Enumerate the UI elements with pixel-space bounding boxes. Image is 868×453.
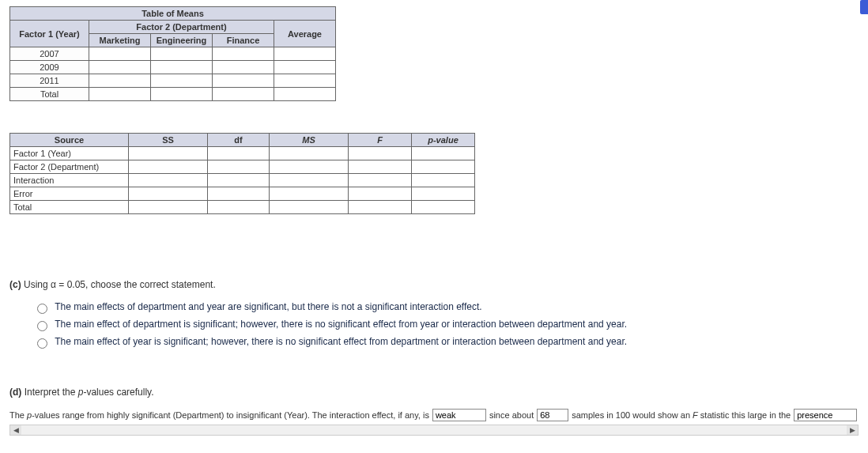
cell-input[interactable] bbox=[89, 47, 151, 61]
cell-input[interactable] bbox=[349, 160, 412, 174]
col-factor2: Factor 2 (Department) bbox=[89, 21, 274, 34]
cell-input[interactable] bbox=[349, 147, 412, 160]
cell-input[interactable] bbox=[213, 47, 274, 61]
col-ms: MS bbox=[270, 134, 349, 147]
table-row: Total bbox=[10, 201, 475, 214]
row-label: Factor 2 (Department) bbox=[10, 160, 129, 174]
table-row: 2007 bbox=[10, 47, 336, 61]
part-c-options: The main effects of department and year … bbox=[33, 301, 681, 349]
table-row: 2009 bbox=[10, 61, 336, 74]
cell-input[interactable] bbox=[129, 187, 208, 201]
table-row: Error bbox=[10, 187, 475, 201]
cell-input[interactable] bbox=[270, 160, 349, 174]
cell-input[interactable] bbox=[412, 147, 475, 160]
option-text: The main effect of year is significant; … bbox=[55, 336, 627, 347]
part-d-sentence: The p-values range from highly significa… bbox=[9, 409, 859, 421]
part-c-label: (c) bbox=[9, 279, 21, 290]
cell-input[interactable] bbox=[270, 147, 349, 160]
cell-input[interactable] bbox=[208, 160, 270, 174]
table-row: Interaction bbox=[10, 174, 475, 187]
cell-input[interactable] bbox=[89, 74, 151, 88]
cell-input[interactable] bbox=[412, 160, 475, 174]
cell-input[interactable] bbox=[270, 187, 349, 201]
row-label: 2009 bbox=[10, 61, 89, 74]
table-means-title: Table of Means bbox=[10, 7, 336, 21]
col-engineering: Engineering bbox=[151, 34, 213, 47]
option-row: The main effect of year is significant; … bbox=[33, 336, 681, 349]
col-factor1: Factor 1 (Year) bbox=[10, 21, 89, 47]
cell-blank bbox=[349, 201, 412, 214]
sentence-seg2: since about bbox=[489, 410, 534, 420]
col-source: Source bbox=[10, 134, 129, 147]
table-row: Factor 2 (Department) bbox=[10, 160, 475, 174]
col-average: Average bbox=[274, 21, 336, 47]
cell-input[interactable] bbox=[274, 74, 336, 88]
anova-table: Source SS df MS F p-value Factor 1 (Year… bbox=[9, 133, 475, 214]
cell-input[interactable] bbox=[208, 174, 270, 187]
col-pvalue: p-value bbox=[412, 134, 475, 147]
table-row: Factor 1 (Year) bbox=[10, 147, 475, 160]
cell-input[interactable] bbox=[208, 187, 270, 201]
sentence-seg3: samples in 100 would show an F statistic… bbox=[572, 410, 791, 420]
col-marketing: Marketing bbox=[89, 34, 151, 47]
row-label: Interaction bbox=[10, 174, 129, 187]
cell-input[interactable] bbox=[270, 174, 349, 187]
cell-input[interactable] bbox=[151, 74, 213, 88]
table-row: Total bbox=[10, 88, 336, 101]
cell-input[interactable] bbox=[349, 174, 412, 187]
scroll-left-icon[interactable]: ◀ bbox=[10, 425, 21, 435]
table-of-means: Table of Means Factor 1 (Year) Factor 2 … bbox=[9, 6, 336, 101]
scroll-right-icon[interactable]: ▶ bbox=[847, 425, 858, 435]
cell-input[interactable] bbox=[213, 74, 274, 88]
fill-blank-3[interactable] bbox=[794, 409, 857, 421]
option-text: The main effects of department and year … bbox=[55, 301, 482, 312]
horizontal-scrollbar[interactable]: ◀ ▶ bbox=[9, 425, 859, 436]
part-c-prompt: (c) Using α = 0.05, choose the correct s… bbox=[9, 279, 859, 290]
cell-input[interactable] bbox=[89, 88, 151, 101]
fill-blank-1[interactable] bbox=[432, 409, 486, 421]
table-row: 2011 bbox=[10, 74, 336, 88]
sentence-seg1: The p-values range from highly significa… bbox=[9, 410, 429, 420]
cell-blank bbox=[412, 187, 475, 201]
cell-input[interactable] bbox=[412, 174, 475, 187]
cell-blank bbox=[208, 201, 270, 214]
option-row: The main effects of department and year … bbox=[33, 301, 681, 314]
part-d-text: Interpret the p-values carefully. bbox=[25, 387, 154, 398]
option-radio-2[interactable] bbox=[37, 321, 47, 331]
right-edge-tab[interactable] bbox=[860, 0, 868, 14]
cell-input[interactable] bbox=[213, 61, 274, 74]
row-label: Total bbox=[10, 88, 89, 101]
cell-input[interactable] bbox=[129, 147, 208, 160]
col-f: F bbox=[349, 134, 412, 147]
cell-input[interactable] bbox=[129, 174, 208, 187]
cell-input[interactable] bbox=[129, 201, 208, 214]
cell-input[interactable] bbox=[151, 47, 213, 61]
row-label: 2007 bbox=[10, 47, 89, 61]
row-label: Error bbox=[10, 187, 129, 201]
option-radio-3[interactable] bbox=[37, 338, 47, 349]
part-d-label: (d) bbox=[9, 387, 21, 398]
part-c-text: Using α = 0.05, choose the correct state… bbox=[24, 279, 216, 290]
cell-blank bbox=[270, 201, 349, 214]
cell-input[interactable] bbox=[151, 88, 213, 101]
col-finance: Finance bbox=[213, 34, 274, 47]
cell-input[interactable] bbox=[208, 147, 270, 160]
option-radio-1[interactable] bbox=[37, 304, 47, 314]
cell-input[interactable] bbox=[274, 61, 336, 74]
cell-input[interactable] bbox=[151, 61, 213, 74]
row-label: Factor 1 (Year) bbox=[10, 147, 129, 160]
cell-input[interactable] bbox=[213, 88, 274, 101]
cell-input[interactable] bbox=[129, 160, 208, 174]
option-text: The main effect of department is signifi… bbox=[55, 319, 627, 330]
fill-blank-2[interactable] bbox=[537, 409, 568, 421]
row-label: Total bbox=[10, 201, 129, 214]
col-df: df bbox=[208, 134, 270, 147]
cell-blank bbox=[412, 201, 475, 214]
col-ss: SS bbox=[129, 134, 208, 147]
option-row: The main effect of department is signifi… bbox=[33, 319, 681, 331]
part-d-prompt: (d) Interpret the p-values carefully. bbox=[9, 387, 859, 398]
cell-input[interactable] bbox=[274, 47, 336, 61]
cell-input[interactable] bbox=[274, 88, 336, 101]
cell-input[interactable] bbox=[89, 61, 151, 74]
row-label: 2011 bbox=[10, 74, 89, 88]
